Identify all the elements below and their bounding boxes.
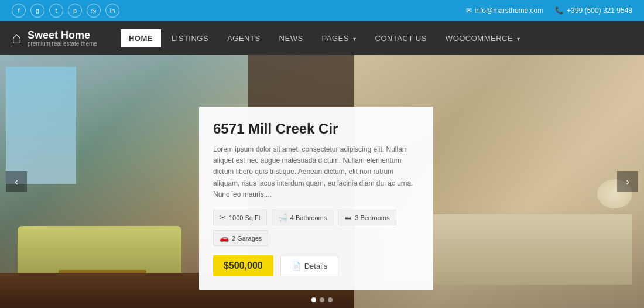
logo-name: Sweet Home xyxy=(28,30,97,40)
feature-bathrooms: 🛁 4 Bathrooms xyxy=(272,210,333,225)
nav-link-contact[interactable]: CONTACT US xyxy=(367,29,435,47)
logo-tagline: premium real estate theme xyxy=(28,40,97,47)
phone-icon: 📞 xyxy=(555,6,564,15)
feature-sqft: ✂ 1000 Sq Ft xyxy=(213,210,267,225)
top-bar: f g t p ◎ in ✉ info@marstheme.com 📞 +399… xyxy=(0,0,644,21)
sqft-label: 1000 Sq Ft xyxy=(229,214,261,221)
dribbble-icon[interactable]: ◎ xyxy=(87,4,101,18)
nav-item-home[interactable]: HOME xyxy=(121,29,161,47)
linkedin-icon[interactable]: in xyxy=(105,4,119,18)
feature-garages: 🚗 2 Garages xyxy=(213,230,268,246)
logo-icon: ⌂ xyxy=(12,29,22,47)
bath-icon: 🛁 xyxy=(278,213,287,222)
nav-link-pages[interactable]: PAGES ▾ xyxy=(314,29,365,47)
property-footer: $500,000 📄 Details xyxy=(213,255,419,276)
nav-link-listings[interactable]: LISTINGS xyxy=(163,29,217,47)
slide-dots xyxy=(311,297,333,302)
price-badge: $500,000 xyxy=(213,255,273,276)
property-title: 6571 Mill Creek Cir xyxy=(213,121,419,137)
slide-dot-1[interactable] xyxy=(311,297,316,302)
phone-info: 📞 +399 (500) 321 9548 xyxy=(555,6,632,15)
navbar: ⌂ Sweet Home premium real estate theme H… xyxy=(0,21,644,55)
contact-info: ✉ info@marstheme.com 📞 +399 (500) 321 95… xyxy=(466,6,632,15)
details-icon: 📄 xyxy=(292,262,301,271)
nav-item-listings[interactable]: LISTINGS xyxy=(163,29,217,47)
nav-link-home[interactable]: HOME xyxy=(121,29,161,47)
bath-label: 4 Bathrooms xyxy=(290,214,327,221)
bed-icon: 🛏 xyxy=(344,213,352,222)
slide-dot-2[interactable] xyxy=(320,297,324,302)
nav-link-woocommerce[interactable]: WOOCOMMERCE ▾ xyxy=(437,29,529,47)
property-features: ✂ 1000 Sq Ft 🛁 4 Bathrooms 🛏 3 Bedrooms … xyxy=(213,210,419,246)
next-slide-button[interactable]: › xyxy=(617,171,638,192)
garage-label: 2 Garages xyxy=(232,235,262,242)
logo[interactable]: ⌂ Sweet Home premium real estate theme xyxy=(12,29,97,47)
nav-item-news[interactable]: NEWS xyxy=(271,29,311,47)
pages-arrow: ▾ xyxy=(353,36,357,42)
email-icon: ✉ xyxy=(466,6,472,15)
nav-link-news[interactable]: NEWS xyxy=(271,29,311,47)
logo-text: Sweet Home premium real estate theme xyxy=(28,30,97,47)
social-icons: f g t p ◎ in xyxy=(12,4,119,18)
details-button[interactable]: 📄 Details xyxy=(280,256,339,276)
email-info: ✉ info@marstheme.com xyxy=(466,6,544,15)
hero-section: 6571 Mill Creek Cir Lorem ipsum dolor si… xyxy=(0,55,644,308)
nav-link-agents[interactable]: AGENTS xyxy=(219,29,268,47)
pinterest-icon[interactable]: p xyxy=(68,4,82,18)
nav-item-woocommerce[interactable]: WOOCOMMERCE ▾ xyxy=(437,29,529,47)
sqft-icon: ✂ xyxy=(220,213,226,222)
sofa xyxy=(18,226,181,273)
twitter-icon[interactable]: t xyxy=(49,4,63,18)
property-description: Lorem ipsum dolor sit amet, consectetur … xyxy=(213,144,419,200)
nav-item-pages[interactable]: PAGES ▾ xyxy=(314,29,365,47)
window xyxy=(6,67,76,184)
nav-item-agents[interactable]: AGENTS xyxy=(219,29,268,47)
details-label: Details xyxy=(304,262,328,271)
property-card: 6571 Mill Creek Cir Lorem ipsum dolor si… xyxy=(199,107,433,290)
facebook-icon[interactable]: f xyxy=(12,4,26,18)
garage-icon: 🚗 xyxy=(220,234,229,242)
nav-item-contact[interactable]: CONTACT US xyxy=(367,29,435,47)
woo-arrow: ▾ xyxy=(517,36,520,42)
phone-number: +399 (500) 321 9548 xyxy=(567,6,632,15)
feature-bedrooms: 🛏 3 Bedrooms xyxy=(338,210,396,225)
prev-slide-button[interactable]: ‹ xyxy=(6,171,27,192)
googleplus-icon[interactable]: g xyxy=(30,4,44,18)
email-address: info@marstheme.com xyxy=(475,6,544,15)
nav-links: HOME LISTINGS AGENTS NEWS PAGES ▾ CONTAC… xyxy=(121,29,529,47)
bed-label: 3 Bedrooms xyxy=(355,214,389,221)
slide-dot-3[interactable] xyxy=(328,297,333,302)
